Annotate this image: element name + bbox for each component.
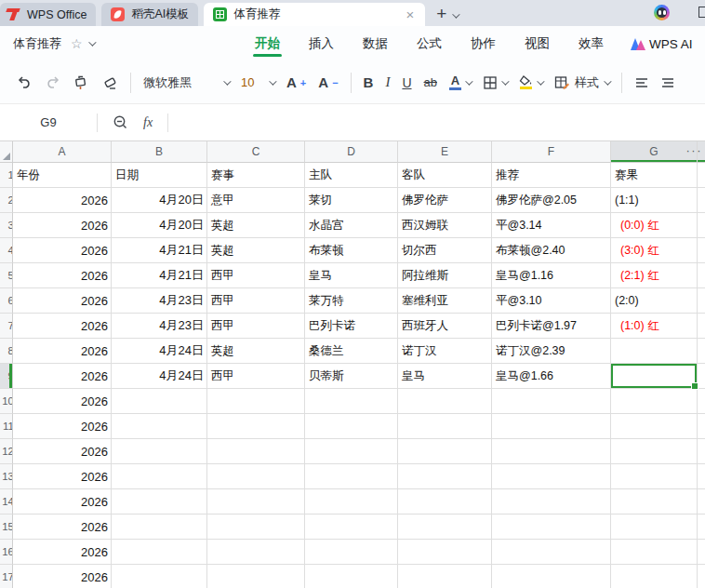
eraser-button[interactable] bbox=[101, 74, 118, 91]
fill-color-chevron-icon[interactable] bbox=[537, 77, 544, 85]
font-color-button[interactable]: A bbox=[449, 74, 471, 91]
cell-F3[interactable]: 平@3.14 bbox=[492, 213, 611, 238]
close-tab-icon[interactable]: × bbox=[404, 7, 416, 22]
cell-A4[interactable]: 2026 bbox=[13, 238, 112, 263]
window-maximize-icon[interactable] bbox=[698, 7, 705, 18]
cell-D8[interactable]: 桑德兰 bbox=[305, 339, 398, 364]
cell-E13[interactable] bbox=[398, 464, 492, 489]
column-header-E[interactable]: E bbox=[398, 141, 492, 163]
fill-color-button[interactable] bbox=[519, 75, 542, 90]
cell-D11[interactable] bbox=[305, 414, 398, 439]
cell-C10[interactable] bbox=[207, 389, 305, 414]
cell-C3[interactable]: 英超 bbox=[207, 213, 305, 238]
row-header-13[interactable]: 13 bbox=[0, 464, 13, 489]
font-color-chevron-icon[interactable] bbox=[465, 77, 472, 85]
cell-E7[interactable]: 西班牙人 bbox=[398, 314, 492, 339]
row-header-10[interactable]: 10 bbox=[0, 389, 13, 414]
underline-button[interactable]: U bbox=[402, 75, 411, 90]
menu-item-效率[interactable]: 效率 bbox=[577, 26, 605, 61]
cell-D4[interactable]: 布莱顿 bbox=[305, 238, 398, 263]
cell-G15[interactable] bbox=[611, 514, 698, 540]
cell-name-box[interactable]: G9 bbox=[0, 115, 97, 129]
row-header-17[interactable]: 17 bbox=[0, 565, 13, 588]
cell-F5[interactable]: 皇马@1.16 bbox=[492, 263, 611, 288]
align-middle-icon[interactable] bbox=[660, 75, 675, 90]
cell-B2[interactable]: 4月20日 bbox=[112, 188, 207, 213]
row-header-12[interactable]: 12 bbox=[0, 439, 13, 464]
align-top-icon[interactable] bbox=[634, 75, 649, 90]
cell-F2[interactable]: 佛罗伦萨@2.05 bbox=[492, 188, 611, 213]
title-chevron-icon[interactable] bbox=[88, 38, 96, 46]
cell-F15[interactable] bbox=[492, 514, 611, 540]
font-size-select[interactable]: 10 bbox=[241, 75, 274, 89]
cell-E4[interactable]: 切尔西 bbox=[398, 238, 492, 263]
cell-D1[interactable]: 主队 bbox=[305, 163, 398, 188]
cell-E6[interactable]: 塞维利亚 bbox=[398, 288, 492, 314]
cell-G14[interactable] bbox=[611, 489, 698, 514]
cell-C16[interactable] bbox=[207, 540, 305, 565]
menu-item-wps-ai[interactable]: WPS AI bbox=[631, 37, 693, 51]
tab-sports-recommend[interactable]: 体育推荐 × bbox=[204, 3, 425, 26]
cell-B11[interactable] bbox=[112, 414, 207, 439]
cell-B6[interactable]: 4月23日 bbox=[112, 288, 207, 314]
cell-G13[interactable] bbox=[611, 464, 698, 489]
cell-D16[interactable] bbox=[305, 540, 398, 565]
cell-E12[interactable] bbox=[398, 439, 492, 464]
borders-chevron-icon[interactable] bbox=[501, 77, 509, 85]
cell-D17[interactable] bbox=[305, 565, 398, 588]
cell-B3[interactable]: 4月20日 bbox=[112, 213, 207, 238]
cell-D13[interactable] bbox=[305, 464, 398, 489]
cell-C6[interactable]: 西甲 bbox=[207, 288, 305, 314]
cell-F6[interactable]: 平@3.10 bbox=[492, 288, 611, 314]
cell-G5[interactable]: (2:1) 红 bbox=[611, 263, 698, 288]
tab-wps-office[interactable]: WPS Office bbox=[0, 3, 96, 26]
row-header-2[interactable]: 2 bbox=[0, 188, 13, 213]
cell-F13[interactable] bbox=[492, 464, 611, 489]
cell-G9[interactable] bbox=[611, 364, 698, 389]
cell-B15[interactable] bbox=[112, 514, 207, 540]
cell-A7[interactable]: 2026 bbox=[13, 314, 112, 339]
cell-F8[interactable]: 诺丁汉@2.39 bbox=[492, 339, 611, 364]
user-avatar[interactable] bbox=[654, 5, 670, 20]
cell-F12[interactable] bbox=[492, 439, 611, 464]
cell-D2[interactable]: 莱切 bbox=[305, 188, 398, 213]
cell-B12[interactable] bbox=[112, 439, 207, 464]
cell-D5[interactable]: 皇马 bbox=[305, 263, 398, 288]
cell-D7[interactable]: 巴列卡诺 bbox=[305, 314, 398, 339]
cell-B16[interactable] bbox=[112, 540, 207, 565]
cell-D6[interactable]: 莱万特 bbox=[305, 288, 398, 314]
cell-D3[interactable]: 水晶宫 bbox=[305, 213, 398, 238]
cell-E11[interactable] bbox=[398, 414, 492, 439]
cell-E5[interactable]: 阿拉维斯 bbox=[398, 263, 492, 288]
cell-B4[interactable]: 4月21日 bbox=[112, 238, 207, 263]
cell-G7[interactable]: (1:0) 红 bbox=[611, 314, 698, 339]
cell-F11[interactable] bbox=[492, 414, 611, 439]
increase-font-button[interactable]: A+ bbox=[286, 74, 306, 90]
cell-A17[interactable]: 2026 bbox=[13, 565, 112, 588]
cell-D15[interactable] bbox=[305, 514, 398, 540]
cell-F16[interactable] bbox=[492, 540, 611, 565]
cell-E8[interactable]: 诺丁汉 bbox=[398, 339, 492, 364]
row-header-9[interactable]: 9 bbox=[0, 364, 13, 389]
cell-C4[interactable]: 英超 bbox=[207, 238, 305, 263]
cell-D14[interactable] bbox=[305, 489, 398, 514]
cell-C9[interactable]: 西甲 bbox=[207, 364, 305, 389]
cell-E9[interactable]: 皇马 bbox=[398, 364, 492, 389]
menu-item-视图[interactable]: 视图 bbox=[523, 26, 552, 61]
format-painter-button[interactable] bbox=[73, 74, 89, 91]
menu-item-数据[interactable]: 数据 bbox=[361, 26, 390, 61]
cell-C7[interactable]: 西甲 bbox=[207, 314, 305, 339]
font-name-select[interactable]: 微软雅黑 bbox=[143, 74, 229, 91]
row-header-1[interactable]: 1 bbox=[0, 163, 13, 188]
cell-A12[interactable]: 2026 bbox=[13, 439, 112, 464]
cell-F7[interactable]: 巴列卡诺@1.97 bbox=[492, 314, 611, 339]
cell-G4[interactable]: (3:0) 红 bbox=[611, 238, 698, 263]
cell-B9[interactable]: 4月24日 bbox=[112, 364, 207, 389]
cell-F1[interactable]: 推荐 bbox=[492, 163, 611, 188]
cell-A6[interactable]: 2026 bbox=[13, 288, 112, 314]
cell-F4[interactable]: 布莱顿@2.40 bbox=[492, 238, 611, 263]
row-header-8[interactable]: 8 bbox=[0, 339, 13, 364]
cell-C17[interactable] bbox=[207, 565, 305, 588]
cell-C11[interactable] bbox=[207, 414, 305, 439]
borders-button[interactable] bbox=[483, 75, 507, 90]
